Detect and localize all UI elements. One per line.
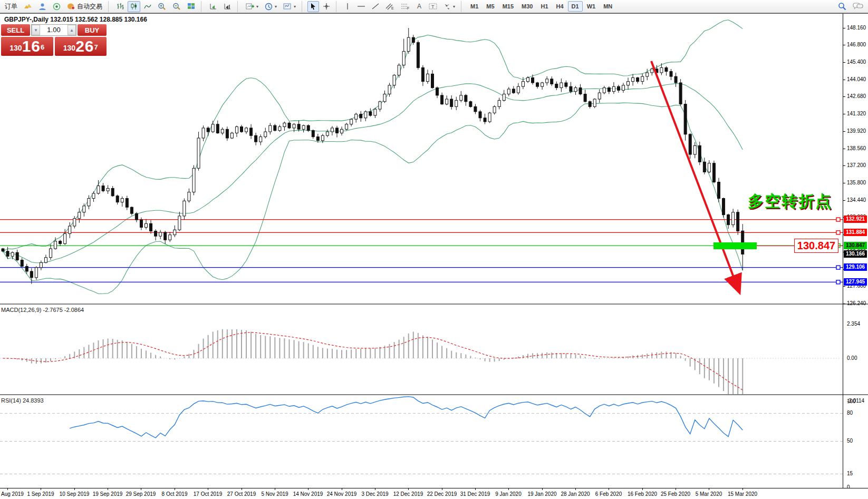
toolbar-separator	[108, 1, 111, 12]
date-axis-tick	[375, 488, 375, 490]
volume-decrease-button[interactable]: ▼	[32, 25, 40, 35]
date-axis-tick	[242, 488, 242, 490]
equidistant-channel-tool[interactable]: E	[383, 1, 397, 12]
main-chart-canvas[interactable]	[0, 14, 868, 304]
date-axis-tick	[609, 488, 609, 490]
timeframe-button-m30[interactable]: M30	[518, 1, 536, 12]
text-label-tool[interactable]: T	[426, 1, 440, 12]
chat-icon[interactable]	[850, 1, 866, 12]
date-axis-label: 31 Dec 2019	[460, 491, 490, 497]
date-axis-label: 24 Nov 2019	[327, 491, 357, 497]
date-axis-label: 1 Sep 2019	[27, 491, 54, 497]
horizontal-line-tool[interactable]	[354, 1, 368, 12]
date-axis-label: 5 Mar 2020	[696, 491, 722, 497]
line-chart-type-button[interactable]	[141, 1, 154, 12]
chart-annotation-text[interactable]: 多空转折点	[748, 191, 843, 212]
svg-text:F: F	[407, 6, 409, 10]
date-axis-tick	[208, 488, 208, 490]
date-axis-tick	[41, 488, 41, 490]
toolbar-separator	[302, 1, 305, 12]
timeframe-bar: M1M5M15M30H1H4D1W1MN	[467, 1, 616, 12]
rsi-label: RSI(14) 24.8393	[1, 397, 44, 404]
cursor-tool-button[interactable]	[307, 1, 319, 12]
date-axis-label: 3 Dec 2019	[361, 491, 388, 497]
accounts-icon[interactable]	[36, 1, 49, 12]
date-axis[interactable]: Aug 20191 Sep 201910 Sep 201919 Sep 2019…	[0, 488, 868, 499]
signals-icon[interactable]	[50, 1, 63, 12]
buy-price-display[interactable]: 130 26 7	[55, 37, 107, 56]
main-toolbar: 订单 自动交易	[0, 0, 868, 13]
timeframe-button-w1[interactable]: W1	[583, 1, 600, 12]
date-axis-label: 17 Oct 2019	[194, 491, 222, 497]
buy-button[interactable]: BUY	[78, 24, 107, 36]
timeframe-button-h4[interactable]: H4	[553, 1, 567, 12]
crosshair-tool-button[interactable]	[320, 1, 333, 12]
date-axis-label: 5 Nov 2019	[261, 491, 288, 497]
date-axis-label: 9 Jan 2020	[495, 491, 522, 497]
date-axis-label: 27 Oct 2019	[227, 491, 256, 497]
timeframe-button-h1[interactable]: H1	[537, 1, 552, 12]
date-axis-tick	[308, 488, 308, 490]
date-axis-tick	[742, 488, 743, 490]
sell-price-display[interactable]: 130 16 6	[1, 37, 53, 56]
date-axis-tick	[175, 488, 175, 490]
toolbar-separator	[461, 1, 464, 12]
macd-label: MACD(12,26,9) -2.7675 -2.0864	[1, 307, 84, 313]
date-axis-tick	[342, 488, 342, 490]
date-axis-label: 15 Mar 2020	[728, 491, 757, 497]
zoom-in-button[interactable]	[155, 1, 169, 12]
one-click-trading-panel: SELL ▼ 1.00 ▲ BUY 130 16 6 130 26 7	[1, 24, 107, 57]
arrows-tool[interactable]: ▾	[441, 1, 458, 12]
rsi-indicator-canvas[interactable]	[0, 395, 868, 488]
date-axis-label: 29 Sep 2019	[126, 491, 156, 497]
date-axis-label: 6 Feb 2020	[595, 491, 622, 497]
date-axis-label: 19 Sep 2019	[93, 491, 123, 497]
date-axis-tick	[108, 488, 108, 490]
timeframe-button-d1[interactable]: D1	[568, 1, 583, 12]
chart-template-button[interactable]: ▾	[281, 1, 298, 12]
vertical-line-tool[interactable]	[342, 1, 353, 12]
price-callout-box[interactable]: 130.847	[794, 239, 838, 253]
date-axis-label: 14 Nov 2019	[293, 491, 323, 497]
timeframe-button-mn[interactable]: MN	[600, 1, 616, 12]
new-chart-button[interactable]: ▾	[243, 1, 261, 12]
date-axis-tick	[408, 488, 409, 490]
timeframe-button-m15[interactable]: M15	[499, 1, 517, 12]
date-axis-tick	[141, 488, 141, 490]
candlestick-chart-type-button[interactable]	[128, 1, 140, 12]
macd-indicator-canvas[interactable]	[0, 305, 868, 395]
search-icon[interactable]	[835, 1, 849, 12]
auto-trading-button[interactable]: 自动交易	[64, 1, 105, 12]
timeframe-button-m1[interactable]: M1	[467, 1, 482, 12]
timeframe-button-m5[interactable]: M5	[483, 1, 498, 12]
volume-field[interactable]: 1.00	[40, 25, 67, 35]
trendline-tool[interactable]	[369, 1, 382, 12]
sell-button[interactable]: SELL	[1, 24, 30, 36]
text-tool[interactable]: A	[413, 1, 425, 12]
auto-trading-icon	[67, 3, 75, 10]
orders-button[interactable]: 订单	[2, 1, 20, 12]
date-axis-tick	[709, 488, 709, 490]
step-end-chart-icon[interactable]	[221, 1, 234, 12]
chart-period-button[interactable]: ▾	[262, 1, 279, 12]
svg-text:T: T	[431, 4, 435, 9]
step-forward-chart-icon[interactable]	[207, 1, 220, 12]
new-order-icon[interactable]	[21, 1, 35, 12]
chart-window: GBPJPY-,Daily 132.015 132.562 128.885 13…	[0, 13, 868, 499]
chart-title: GBPJPY-,Daily 132.015 132.562 128.885 13…	[4, 16, 147, 23]
date-axis-tick	[475, 488, 476, 490]
date-axis-label: 12 Dec 2019	[393, 491, 423, 497]
volume-increase-button[interactable]: ▲	[67, 25, 76, 35]
support-zone-rectangle[interactable]	[713, 242, 757, 249]
date-axis-tick	[7, 488, 8, 490]
auto-trading-label: 自动交易	[77, 2, 102, 11]
date-axis-tick	[542, 488, 543, 490]
tile-windows-button[interactable]	[185, 1, 198, 12]
date-axis-label: 28 Jan 2020	[561, 491, 590, 497]
zoom-out-button[interactable]	[170, 1, 184, 12]
mt4-application: 订单 自动交易	[0, 0, 868, 499]
date-axis-label: 16 Feb 2020	[628, 491, 657, 497]
fibonacci-tool[interactable]: F	[398, 1, 412, 12]
toolbar-separator	[201, 1, 204, 12]
bar-chart-type-button[interactable]	[114, 1, 127, 12]
